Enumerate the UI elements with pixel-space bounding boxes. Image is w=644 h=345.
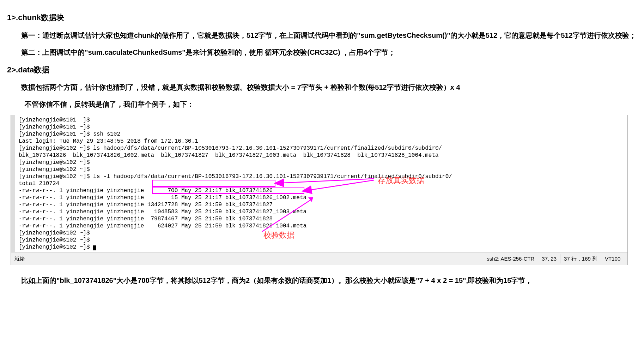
paragraph-5: 比如上面的"blk_1073741826"大小是700字节，将其除以512字节，…	[7, 274, 637, 287]
paragraph-3: 数据包括两个方面，估计你也猜到了，没错，就是真实数据和校验数据。校验数据大小 =…	[7, 81, 637, 94]
heading-data: 2>.data数据	[7, 63, 637, 77]
terminal-status-bar: 就绪 ssh2: AES-256-CTR 37, 23 37 行，169 列 V…	[11, 252, 627, 265]
annotation-real-data-label: 存放真实数据	[378, 173, 424, 188]
status-position: 37, 23	[538, 254, 560, 263]
annotation-check-data-label: 校验数据	[263, 228, 294, 242]
paragraph-1: 第一：通过断点调试估计大家也知道chunk的做作用了，它就是数据块，512字节，…	[7, 29, 637, 42]
status-ready: 就绪	[14, 254, 25, 263]
paragraph-2: 第二：上图调试中的"sum.caculateChunkedSums"是来计算校验…	[7, 46, 637, 59]
status-term-type: VT100	[601, 254, 624, 263]
terminal-content[interactable]: [yinzhengjie@s101 ]$ [yinzhengjie@s101 ~…	[11, 115, 627, 252]
paragraph-4: 不管你信不信，反转我是信了，我们举个例子，如下：	[7, 98, 637, 111]
terminal-window: [yinzhengjie@s101 ]$ [yinzhengjie@s101 ~…	[11, 115, 628, 265]
status-ssh: ssh2: AES-256-CTR	[483, 254, 538, 263]
heading-chunk: 1>.chunk数据块	[7, 11, 637, 25]
status-rows: 37 行，169 列	[560, 254, 601, 263]
